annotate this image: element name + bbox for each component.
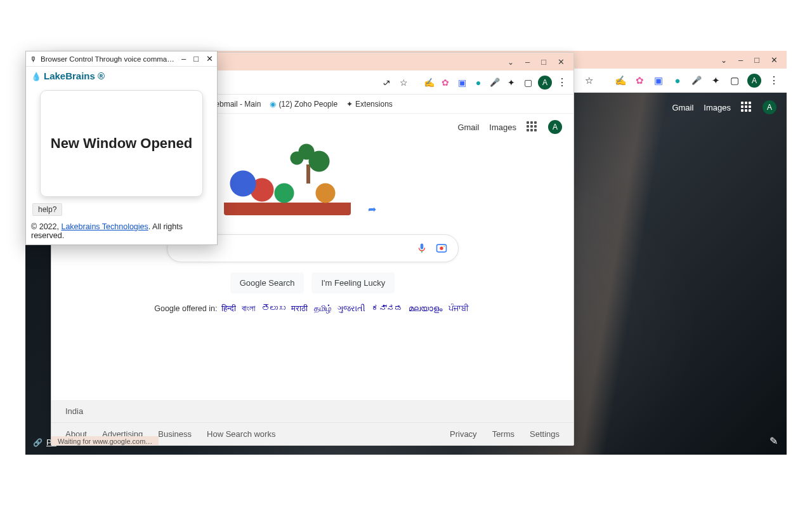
svg-point-2 bbox=[440, 246, 443, 250]
offered-lang-link[interactable]: বাংলা bbox=[242, 304, 256, 313]
offered-lang-link[interactable]: हिन्दी bbox=[221, 304, 236, 313]
fg-ext-icon-4[interactable] bbox=[472, 76, 485, 89]
bg-topright-links: Gmail Images A bbox=[672, 100, 776, 114]
svg-point-3 bbox=[443, 246, 445, 247]
bg-minimize-button[interactable] bbox=[738, 55, 743, 65]
offered-lang-link[interactable]: ગુજરાતી bbox=[337, 304, 365, 313]
ext-icon-1[interactable] bbox=[614, 74, 627, 87]
ext-icon-2[interactable] bbox=[633, 74, 646, 87]
bg-page-avatar[interactable]: A bbox=[763, 100, 776, 114]
copyright-line: © 2022, Lakebrains Technologies. All rig… bbox=[26, 221, 217, 245]
footer-terms[interactable]: Terms bbox=[492, 429, 514, 439]
puzzle-icon bbox=[346, 100, 353, 109]
popup-titlebar: Browser Control Through voice comman… bbox=[26, 51, 217, 67]
gmail-link[interactable]: Gmail bbox=[457, 123, 479, 132]
popup-mic-icon bbox=[30, 55, 37, 63]
extension-popup-window: Browser Control Through voice comman… La… bbox=[25, 51, 218, 245]
bg-apps-grid-icon[interactable] bbox=[741, 102, 752, 113]
bm-extensions[interactable]: Extensions bbox=[346, 100, 393, 109]
google-avatar[interactable]: A bbox=[548, 120, 562, 134]
bg-maximize-button[interactable] bbox=[754, 55, 759, 65]
bg-menu-icon[interactable] bbox=[768, 74, 780, 87]
sidepanel-icon[interactable] bbox=[728, 74, 741, 87]
bg-profile-avatar[interactable]: A bbox=[747, 74, 761, 88]
fg-menu-icon[interactable] bbox=[556, 76, 568, 89]
fg-sidepanel-icon[interactable] bbox=[521, 76, 534, 89]
offered-lang-link[interactable]: ಕನ್ನಡ bbox=[372, 304, 403, 313]
fg-minimize-button[interactable] bbox=[525, 57, 530, 67]
fg-profile-avatar[interactable]: A bbox=[538, 76, 552, 90]
fg-maximize-button[interactable] bbox=[541, 57, 546, 67]
google-header: Gmail Images A bbox=[457, 120, 562, 134]
google-apps-grid-icon[interactable] bbox=[527, 121, 538, 133]
offered-lang-link[interactable]: తెలుగు bbox=[262, 304, 285, 313]
offered-lang-link[interactable]: ਪੰਜਾਬੀ bbox=[449, 304, 469, 313]
status-card-text: New Window Opened bbox=[51, 135, 192, 152]
lakebrains-link[interactable]: Lakebrains Technologies bbox=[61, 222, 148, 231]
popup-maximize-button[interactable] bbox=[193, 54, 199, 64]
bm-zoho[interactable]: (12) Zoho People bbox=[270, 100, 337, 109]
popup-minimize-button[interactable] bbox=[181, 54, 186, 64]
images-link[interactable]: Images bbox=[489, 123, 516, 132]
ext-icon-4[interactable] bbox=[671, 74, 684, 87]
ext-icon-3[interactable] bbox=[652, 74, 665, 87]
status-bar: Waiting for www.google.com… bbox=[51, 436, 159, 445]
offered-languages: Google offered in: हिन्दी বাংলা తెలుగు म… bbox=[154, 304, 471, 314]
google-search-button[interactable]: Google Search bbox=[230, 272, 304, 293]
bg-dropdown-icon[interactable] bbox=[721, 55, 727, 65]
fg-ext-icon-1[interactable] bbox=[422, 76, 435, 89]
bg-close-button[interactable] bbox=[771, 55, 778, 65]
fg-window-controls bbox=[501, 53, 571, 70]
footer-privacy[interactable]: Privacy bbox=[450, 429, 477, 439]
feeling-lucky-button[interactable]: I'm Feeling Lucky bbox=[311, 272, 395, 293]
footer-country: India bbox=[51, 400, 573, 423]
footer-how-search[interactable]: How Search works bbox=[207, 429, 275, 439]
bg-images-link[interactable]: Images bbox=[704, 103, 731, 112]
link-icon bbox=[33, 438, 43, 447]
fg-bookmark-star-icon[interactable] bbox=[397, 76, 410, 89]
logo-drop-icon bbox=[31, 70, 41, 81]
status-card: New Window Opened bbox=[40, 90, 203, 197]
bookmark-star-icon[interactable] bbox=[582, 74, 595, 87]
doodle-image bbox=[224, 139, 351, 215]
google-doodle[interactable] bbox=[224, 139, 363, 222]
offered-lang-link[interactable]: മലയാളം bbox=[409, 304, 442, 313]
lens-search-icon[interactable] bbox=[435, 242, 449, 255]
fg-close-button[interactable] bbox=[558, 57, 565, 67]
popup-close-button[interactable] bbox=[206, 54, 213, 64]
customize-pencil-icon[interactable] bbox=[769, 435, 778, 447]
popup-title-text: Browser Control Through voice comman… bbox=[41, 55, 178, 63]
voice-search-icon[interactable] bbox=[416, 243, 429, 254]
footer-settings[interactable]: Settings bbox=[530, 429, 560, 439]
footer-business[interactable]: Business bbox=[158, 429, 192, 439]
offered-label: Google offered in: bbox=[154, 304, 217, 313]
fg-share-icon[interactable] bbox=[381, 76, 393, 89]
bg-window-controls bbox=[721, 55, 783, 65]
zoho-icon bbox=[270, 100, 276, 109]
bg-gmail-link[interactable]: Gmail bbox=[672, 103, 693, 112]
fg-ext-mic-icon[interactable] bbox=[488, 76, 501, 89]
extensions-puzzle-icon[interactable]: ✦ bbox=[709, 74, 722, 87]
fg-ext-icon-3[interactable] bbox=[455, 76, 468, 89]
offered-lang-link[interactable]: தமிழ் bbox=[314, 304, 332, 313]
svg-rect-0 bbox=[421, 251, 422, 253]
fg-dropdown-icon[interactable] bbox=[508, 57, 514, 67]
search-buttons: Google Search I'm Feeling Lucky bbox=[230, 272, 395, 293]
help-button[interactable]: help? bbox=[32, 203, 62, 216]
fg-ext-icon-2[interactable] bbox=[439, 76, 452, 89]
fg-extensions-puzzle-icon[interactable]: ✦ bbox=[505, 76, 518, 89]
offered-lang-link[interactable]: मराठी bbox=[291, 304, 308, 313]
doodle-share-icon[interactable] bbox=[368, 203, 376, 215]
ext-mic-icon[interactable] bbox=[690, 74, 703, 87]
lakebrains-logo: LakeBrains® bbox=[26, 67, 217, 85]
